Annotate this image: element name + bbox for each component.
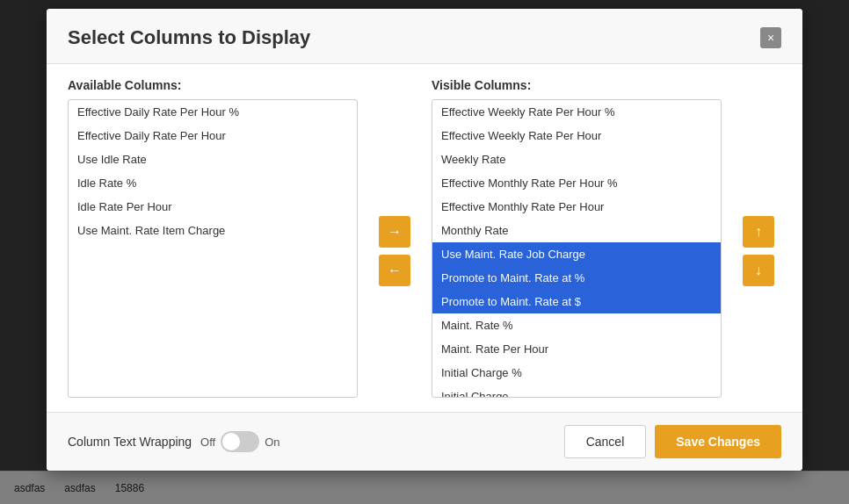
wrapping-toggle[interactable] [221, 431, 259, 452]
visible-columns-label: Visible Columns: [432, 78, 722, 92]
visible-column-item[interactable]: Effective Monthly Rate Per Hour [432, 195, 721, 219]
available-column-item[interactable]: Idle Rate Per Hour [69, 195, 357, 219]
visible-column-item[interactable]: Promote to Maint. Rate at % [432, 266, 721, 290]
reorder-buttons: ↑ ↓ [736, 78, 781, 398]
toggle-knob [222, 433, 240, 450]
modal-title: Select Columns to Display [68, 26, 310, 49]
modal-header: Select Columns to Display × [47, 9, 802, 64]
available-column-item[interactable]: Idle Rate % [69, 171, 357, 195]
visible-columns-list[interactable]: Effective Weekly Rate Per Hour %Effectiv… [432, 99, 722, 398]
available-column-item[interactable]: Use Maint. Rate Item Charge [69, 219, 357, 242]
available-column-item[interactable]: Use Idle Rate [69, 148, 357, 171]
toggle-off-label: Off [200, 436, 215, 449]
available-column-item[interactable]: Effective Daily Rate Per Hour % [69, 100, 357, 124]
available-column-item[interactable]: Effective Daily Rate Per Hour [69, 124, 357, 148]
visible-column-item[interactable]: Initial Charge % [432, 361, 721, 385]
wrapping-label: Column Text Wrapping [68, 435, 192, 449]
available-columns-label: Available Columns: [68, 78, 358, 92]
transfer-buttons: → ← [372, 78, 417, 398]
visible-column-item[interactable]: Effective Weekly Rate Per Hour [432, 124, 721, 148]
toggle-on-label: On [265, 436, 279, 449]
visible-column-item[interactable]: Effective Weekly Rate Per Hour % [432, 100, 721, 124]
footer-buttons: Cancel Save Changes [564, 425, 781, 458]
select-columns-modal: Select Columns to Display × Available Co… [47, 9, 802, 471]
visible-column-item[interactable]: Promote to Maint. Rate at $ [432, 290, 721, 313]
visible-column-item[interactable]: Use Maint. Rate Job Charge [432, 242, 721, 266]
available-columns-section: Available Columns: Effective Daily Rate … [68, 78, 358, 398]
transfer-forward-button[interactable]: → [379, 216, 410, 248]
visible-columns-section: Visible Columns: Effective Weekly Rate P… [432, 78, 722, 398]
visible-column-item[interactable]: Weekly Rate [432, 148, 721, 171]
visible-column-item[interactable]: Effective Monthly Rate Per Hour % [432, 171, 721, 195]
cancel-button[interactable]: Cancel [564, 425, 647, 458]
visible-column-item[interactable]: Maint. Rate % [432, 313, 721, 337]
save-changes-button[interactable]: Save Changes [655, 425, 781, 458]
modal-body: Available Columns: Effective Daily Rate … [47, 64, 802, 412]
move-up-button[interactable]: ↑ [743, 216, 774, 248]
visible-column-item[interactable]: Maint. Rate Per Hour [432, 337, 721, 361]
move-down-button[interactable]: ↓ [743, 255, 774, 286]
transfer-backward-button[interactable]: ← [379, 255, 410, 286]
toggle-container[interactable]: Off On [200, 431, 279, 452]
modal-overlay: Select Columns to Display × Available Co… [0, 0, 849, 504]
modal-close-button[interactable]: × [760, 27, 781, 48]
visible-column-item[interactable]: Monthly Rate [432, 219, 721, 242]
modal-footer: Column Text Wrapping Off On Cancel Save … [47, 412, 802, 471]
visible-column-item[interactable]: Initial Charge [432, 385, 721, 398]
wrapping-section: Column Text Wrapping Off On [68, 431, 280, 452]
available-columns-list[interactable]: Effective Daily Rate Per Hour %Effective… [68, 99, 358, 398]
